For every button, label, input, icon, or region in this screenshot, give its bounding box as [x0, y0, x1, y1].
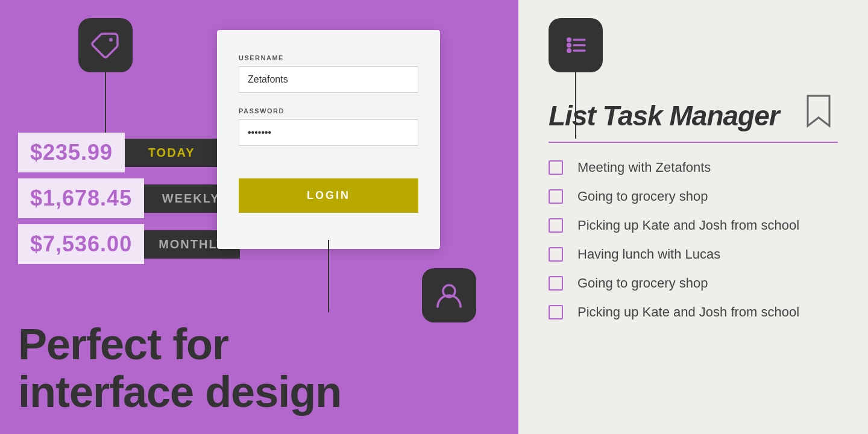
svg-point-0 [109, 38, 113, 42]
task-title: List Task Manager [549, 99, 779, 132]
svg-point-3 [567, 43, 571, 48]
task-item-1: Meeting with Zetafonts [549, 160, 850, 175]
task-checkbox-5[interactable] [549, 276, 563, 291]
tag-line [105, 72, 106, 133]
task-checkbox-6[interactable] [549, 305, 563, 319]
label-today: TODAY [125, 139, 218, 167]
task-text-1: Meeting with Zetafonts [577, 160, 711, 175]
task-checkbox-2[interactable] [549, 189, 563, 204]
password-input[interactable] [239, 119, 418, 146]
login-line [328, 240, 329, 312]
user-icon-container [422, 268, 476, 322]
finance-row-today: $235.99 TODAY [18, 133, 240, 172]
login-card: USERNAME PASSWORD LOGIN [217, 30, 440, 249]
task-text-5: Going to grocery shop [577, 275, 708, 291]
svg-point-2 [567, 37, 571, 42]
amount-today: $235.99 [18, 133, 125, 172]
big-text: Perfect for interface design [18, 321, 341, 416]
title-divider [549, 142, 838, 143]
finance-row-weekly: $1,678.45 WEEKLY [18, 178, 240, 218]
task-text-4: Having lunch with Lucas [577, 247, 720, 262]
right-panel: List Task Manager Meeting with Zetafonts… [518, 0, 868, 434]
username-label: USERNAME [239, 54, 418, 61]
svg-point-4 [567, 48, 571, 53]
tag-icon-container [78, 18, 133, 72]
bookmark-icon [805, 93, 832, 134]
username-input[interactable] [239, 66, 418, 93]
task-text-2: Going to grocery shop [577, 189, 708, 204]
left-panel: $235.99 TODAY $1,678.45 WEEKLY $7,536.00… [0, 0, 518, 434]
login-button[interactable]: LOGIN [239, 178, 418, 213]
task-text-6: Picking up Kate and Josh from school [577, 304, 799, 320]
task-checkbox-4[interactable] [549, 247, 563, 262]
list-icon-container [549, 18, 603, 72]
task-item-4: Having lunch with Lucas [549, 247, 850, 262]
task-list: Meeting with Zetafonts Going to grocery … [549, 160, 850, 333]
finance-section: $235.99 TODAY $1,678.45 WEEKLY $7,536.00… [18, 133, 240, 264]
password-label: PASSWORD [239, 107, 418, 115]
task-text-3: Picking up Kate and Josh from school [577, 218, 799, 233]
task-checkbox-1[interactable] [549, 160, 563, 175]
task-item-5: Going to grocery shop [549, 275, 850, 291]
amount-weekly: $1,678.45 [18, 178, 144, 218]
user-icon [433, 279, 465, 312]
task-item-2: Going to grocery shop [549, 189, 850, 204]
task-checkbox-3[interactable] [549, 218, 563, 233]
tag-icon [89, 29, 122, 61]
task-item-3: Picking up Kate and Josh from school [549, 218, 850, 233]
finance-row-monthly: $7,536.00 MONTHLY [18, 224, 240, 264]
list-icon [559, 29, 592, 61]
task-item-6: Picking up Kate and Josh from school [549, 304, 850, 320]
amount-monthly: $7,536.00 [18, 224, 144, 264]
